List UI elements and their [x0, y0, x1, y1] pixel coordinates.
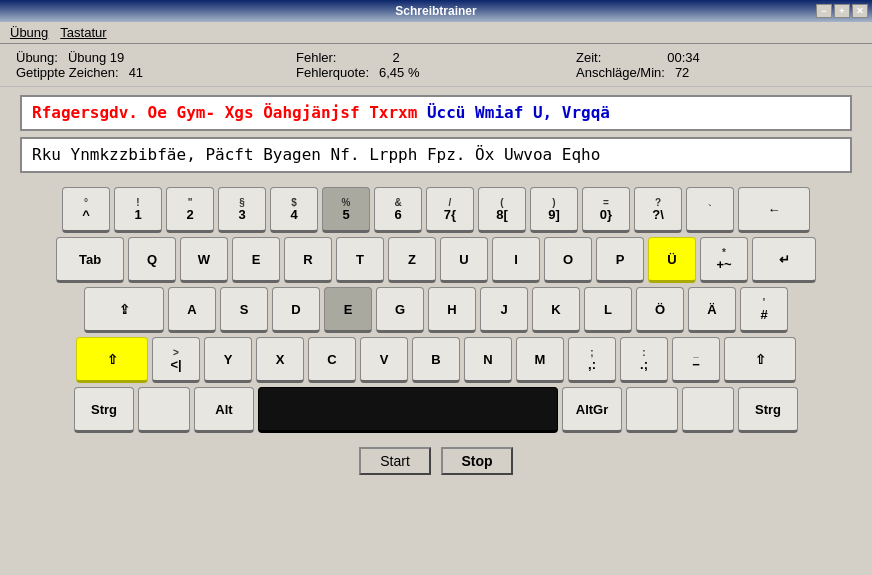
stat-group-right: Zeit: 00:34 Anschläge/Min: 72 — [576, 50, 856, 80]
key-tab[interactable]: Tab — [56, 237, 124, 283]
minimize-button[interactable]: − — [816, 4, 832, 18]
typed-red-text: Rfagersgdv. Oe Gym- Xgs Öahgjänjsf Txrxm — [32, 103, 417, 122]
menubar: Übung Tastatur — [0, 22, 872, 44]
key-period[interactable]: :.; — [620, 337, 668, 383]
key-strg-left[interactable]: Strg — [74, 387, 134, 433]
key-g[interactable]: G — [376, 287, 424, 333]
exercise-text: Rfagersgdv. Oe Gym- Xgs Öahgjänjsf Txrxm… — [20, 95, 852, 131]
key-7[interactable]: /7{ — [426, 187, 474, 233]
close-button[interactable]: ✕ — [852, 4, 868, 18]
key-menu[interactable] — [682, 387, 734, 433]
key-u[interactable]: U — [440, 237, 488, 283]
key-question[interactable]: ??\ — [634, 187, 682, 233]
anschlaege-value: 72 — [675, 65, 689, 80]
stat-group-mid: Fehler: 2 Fehlerquote: 6,45 % — [296, 50, 576, 80]
key-z[interactable]: Z — [388, 237, 436, 283]
key-c[interactable]: C — [308, 337, 356, 383]
key-n[interactable]: N — [464, 337, 512, 383]
start-button[interactable]: Start — [359, 447, 431, 475]
typed-blue-text: Üccü Wmiaf U, Vrgqä — [417, 103, 610, 122]
getippte-value: 41 — [129, 65, 143, 80]
key-space[interactable] — [258, 387, 558, 433]
key-r[interactable]: R — [284, 237, 332, 283]
input-text: Rku Ynmkzzbibfäe, Päcft Byagen Nf. Lrpph… — [20, 137, 852, 173]
getippte-label: Getippte Zeichen: — [16, 65, 119, 80]
text-area: Rfagersgdv. Oe Gym- Xgs Öahgjänjsf Txrxm… — [0, 87, 872, 181]
key-backspace[interactable]: ← — [738, 187, 810, 233]
key-m[interactable]: M — [516, 337, 564, 383]
key-b[interactable]: B — [412, 337, 460, 383]
anschlaege-label: Anschläge/Min: — [576, 65, 665, 80]
key-alt[interactable]: Alt — [194, 387, 254, 433]
key-v[interactable]: V — [360, 337, 408, 383]
key-caret[interactable]: °^ — [62, 187, 110, 233]
key-shift-right[interactable]: ⇧ — [724, 337, 796, 383]
key-row-5: Strg Alt AltGr Strg — [10, 387, 862, 433]
titlebar-controls: − + ✕ — [816, 4, 868, 18]
key-ue[interactable]: Ü — [648, 237, 696, 283]
stat-group-left: Übung: Übung 19 Getippte Zeichen: 41 — [16, 50, 296, 80]
key-strg-right[interactable]: Strg — [738, 387, 798, 433]
window-title: Schreibtrainer — [395, 4, 476, 18]
titlebar: Schreibtrainer − + ✕ — [0, 0, 872, 22]
key-5[interactable]: %5 — [322, 187, 370, 233]
key-e2[interactable]: E — [324, 287, 372, 333]
key-t[interactable]: T — [336, 237, 384, 283]
key-y[interactable]: Y — [204, 337, 252, 383]
key-minus[interactable]: _− — [672, 337, 720, 383]
key-hash[interactable]: '# — [740, 287, 788, 333]
key-row-3: ⇪ A S D E G H J K L Ö Ä '# — [10, 287, 862, 333]
key-enter[interactable]: ↵ — [752, 237, 816, 283]
key-w[interactable]: W — [180, 237, 228, 283]
key-altgr[interactable]: AltGr — [562, 387, 622, 433]
key-comma[interactable]: ;,: — [568, 337, 616, 383]
key-6[interactable]: &6 — [374, 187, 422, 233]
key-l[interactable]: L — [584, 287, 632, 333]
input-line-text: Rku Ynmkzzbibfäe, Päcft Byagen Nf. Lrpph… — [32, 145, 600, 164]
stats-area: Übung: Übung 19 Getippte Zeichen: 41 Feh… — [0, 44, 872, 87]
key-ae[interactable]: Ä — [688, 287, 736, 333]
stop-button[interactable]: Stop — [441, 447, 513, 475]
key-win-right[interactable] — [626, 387, 678, 433]
key-2[interactable]: "2 — [166, 187, 214, 233]
key-backtick[interactable]: ` — [686, 187, 734, 233]
key-p[interactable]: P — [596, 237, 644, 283]
key-d[interactable]: D — [272, 287, 320, 333]
key-x[interactable]: X — [256, 337, 304, 383]
key-4[interactable]: $4 — [270, 187, 318, 233]
menu-uebung[interactable]: Übung — [4, 23, 54, 42]
key-1[interactable]: !1 — [114, 187, 162, 233]
key-caps-lock[interactable]: ⇪ — [84, 287, 164, 333]
key-i[interactable]: I — [492, 237, 540, 283]
uebung-value: Übung 19 — [68, 50, 124, 65]
key-row-4: ⇧ ><| Y X C V B N M ;,: :.; _− ⇧ — [10, 337, 862, 383]
key-8[interactable]: (8[ — [478, 187, 526, 233]
key-s[interactable]: S — [220, 287, 268, 333]
fehlerquote-label: Fehlerquote: — [296, 65, 369, 80]
fehlerquote-value: 6,45 % — [379, 65, 419, 80]
key-row-2: Tab Q W E R T Z U I O P Ü *+~ ↵ — [10, 237, 862, 283]
key-o[interactable]: O — [544, 237, 592, 283]
key-k[interactable]: K — [532, 287, 580, 333]
bottom-bar: Start Stop — [0, 441, 872, 479]
key-angle[interactable]: ><| — [152, 337, 200, 383]
key-a[interactable]: A — [168, 287, 216, 333]
menu-tastatur[interactable]: Tastatur — [54, 23, 112, 42]
key-9[interactable]: )9] — [530, 187, 578, 233]
key-e[interactable]: E — [232, 237, 280, 283]
key-0[interactable]: =0} — [582, 187, 630, 233]
key-h[interactable]: H — [428, 287, 476, 333]
keyboard: °^ !1 "2 §3 $4 %5 &6 /7{ (8[ )9] =0} ??\… — [0, 181, 872, 441]
key-q[interactable]: Q — [128, 237, 176, 283]
key-oe[interactable]: Ö — [636, 287, 684, 333]
key-shift-left[interactable]: ⇧ — [76, 337, 148, 383]
uebung-label: Übung: — [16, 50, 58, 65]
key-j[interactable]: J — [480, 287, 528, 333]
zeit-label: Zeit: — [576, 50, 601, 65]
maximize-button[interactable]: + — [834, 4, 850, 18]
zeit-value: 00:34 — [667, 50, 700, 65]
key-3[interactable]: §3 — [218, 187, 266, 233]
fehler-label: Fehler: — [296, 50, 336, 65]
key-plus[interactable]: *+~ — [700, 237, 748, 283]
key-win-left[interactable] — [138, 387, 190, 433]
